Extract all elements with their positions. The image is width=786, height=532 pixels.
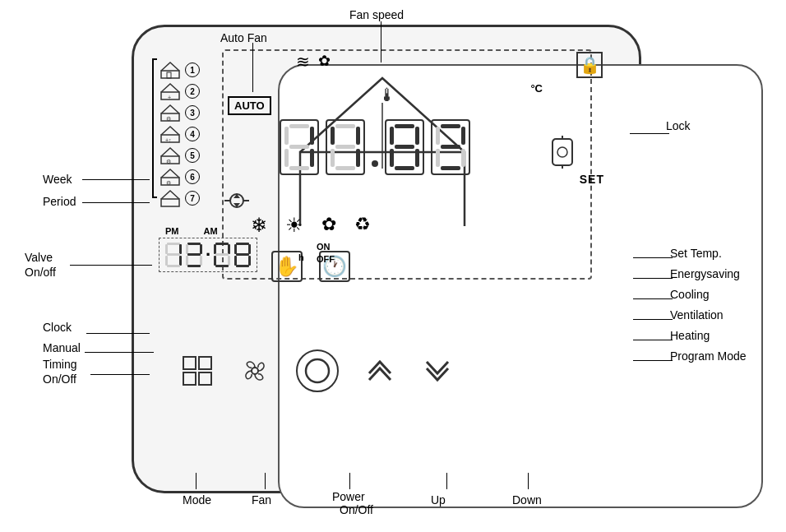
svg-rect-18 [310, 127, 314, 145]
svg-point-86 [306, 359, 329, 382]
svg-rect-27 [331, 149, 335, 167]
schedule-icon-6: ⚙ 6 [159, 167, 200, 187]
svg-rect-22 [289, 166, 309, 170]
svg-rect-74 [236, 243, 249, 245]
temp-unit-label: °C [530, 82, 543, 95]
svg-rect-70 [215, 253, 229, 256]
svg-rect-60 [187, 243, 201, 245]
fan-bottom-label: Fan [252, 493, 271, 507]
device-content: 🌡 AUTO ≋ ✿ 🔒 1 [152, 45, 621, 473]
num-5: 5 [185, 148, 200, 163]
on-label: ON [317, 241, 335, 253]
up-button[interactable] [363, 354, 396, 387]
num-7: 7 [185, 191, 200, 206]
power-btn-line [349, 473, 350, 489]
svg-text:+↑: +↑ [165, 137, 172, 143]
program-mode-label: Program Mode [670, 349, 747, 363]
svg-rect-42 [461, 149, 465, 167]
svg-rect-83 [183, 372, 196, 385]
pm-am-row: PM AM [165, 226, 315, 236]
svg-rect-38 [436, 127, 440, 145]
valve-line [70, 265, 152, 266]
fan-speed-label: Fan speed [349, 8, 404, 21]
ventilation-line [633, 319, 673, 320]
svg-rect-26 [335, 145, 355, 149]
svg-rect-15 [161, 199, 179, 206]
svg-text:⚙: ⚙ [166, 116, 171, 122]
temp-display [280, 119, 470, 175]
svg-rect-82 [199, 357, 211, 369]
svg-rect-4 [167, 72, 171, 78]
manual-line [85, 352, 154, 353]
svg-rect-68 [214, 244, 216, 254]
svg-rect-41 [436, 149, 440, 167]
clock-digits: · [164, 242, 252, 268]
svg-rect-76 [248, 244, 251, 254]
heating-line [633, 340, 673, 340]
up-btn-line [446, 473, 447, 489]
valve-label: Valve [25, 251, 53, 264]
fan-button[interactable] [238, 354, 271, 387]
svg-rect-34 [390, 149, 394, 167]
mode-button[interactable] [181, 354, 214, 387]
timing-label: Timing [43, 358, 77, 371]
svg-rect-35 [415, 149, 419, 167]
ventilation-label: Ventilation [670, 308, 724, 322]
fan-icon: ✿ [318, 52, 331, 72]
valve-icon [224, 189, 249, 217]
svg-rect-19 [289, 145, 309, 149]
auto-label: AUTO [228, 96, 271, 115]
svg-text:+: + [168, 95, 171, 100]
timing-on-label: On/Off [43, 372, 76, 386]
auto-fan-label: Auto Fan [220, 31, 267, 44]
page-container: 🌡 AUTO ≋ ✿ 🔒 1 [0, 0, 786, 532]
svg-rect-39 [461, 127, 465, 145]
svg-rect-59 [167, 265, 180, 267]
recycle-icon: ♻ [354, 214, 371, 237]
svg-rect-65 [200, 256, 202, 266]
set-temp-label: Set Temp. [670, 247, 722, 260]
down-button[interactable] [421, 354, 454, 387]
svg-rect-72 [228, 256, 230, 266]
energysaving-line [633, 278, 673, 279]
house-icon-5: ⚙ [159, 146, 182, 165]
svg-rect-69 [228, 244, 230, 254]
am-label: AM [204, 226, 218, 236]
lock-label: Lock [666, 119, 691, 132]
svg-rect-77 [236, 253, 249, 256]
schedule-icon-3: ⚙ 3 [159, 103, 200, 123]
svg-rect-78 [234, 256, 237, 266]
svg-rect-37 [441, 124, 460, 128]
power-bottom-label2: On/Off [340, 503, 373, 516]
svg-rect-43 [441, 166, 460, 170]
svg-rect-40 [441, 145, 460, 149]
svg-rect-67 [215, 243, 229, 245]
svg-rect-17 [284, 127, 289, 145]
power-button[interactable] [296, 349, 339, 392]
schedule-icon-7: 7 [159, 188, 200, 208]
week-label: Week [43, 173, 72, 186]
num-6: 6 [185, 169, 200, 184]
house-icon-4: +↑ [159, 124, 182, 144]
num-3: 3 [185, 105, 200, 120]
num-1: 1 [185, 62, 200, 77]
ventilation-fan-icon: ✿ [321, 214, 336, 237]
clock-display: · [159, 238, 257, 272]
svg-point-85 [252, 368, 258, 374]
house-icon-3: ⚙ [159, 103, 182, 123]
svg-rect-25 [356, 127, 360, 145]
svg-rect-58 [179, 256, 182, 266]
auto-fan-line [252, 43, 253, 92]
svg-rect-62 [200, 244, 202, 254]
top-mode-icons: ≋ ✿ [296, 52, 331, 72]
svg-rect-66 [187, 265, 201, 267]
program-mode-line [633, 360, 673, 361]
svg-rect-23 [335, 124, 355, 128]
clock-label: Clock [43, 321, 72, 334]
set-label: SET [580, 173, 604, 186]
svg-text:⚙: ⚙ [166, 159, 171, 164]
num-2: 2 [185, 84, 200, 99]
svg-rect-33 [395, 145, 414, 149]
period-label: Period [43, 195, 76, 208]
schedule-icon-4: +↑ 4 [159, 124, 200, 144]
